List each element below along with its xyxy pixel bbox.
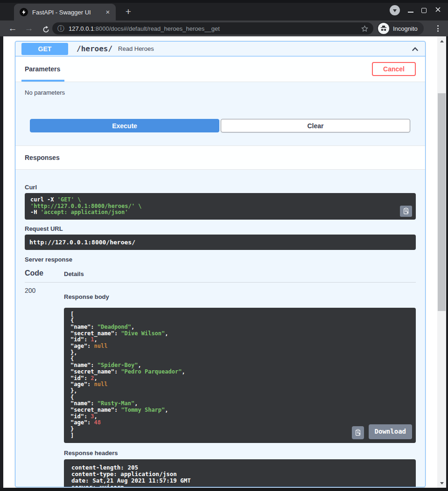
responses-content: Curl curl -X 'GET' \ 'http://127.0.0.1:8…	[15, 170, 425, 487]
request-url-value: http://127.0.0.1:8000/heroes/	[29, 239, 135, 246]
operation-path: /heroes/	[77, 44, 112, 53]
parameters-header: Parameters Cancel	[15, 56, 425, 82]
response-headers-block: content-length: 205content-type: applica…	[64, 459, 416, 488]
window-controls	[390, 5, 441, 15]
browser-chrome: FastAPI - Swagger UI × + ← → ⓘ 127.0.0.1…	[0, 0, 448, 36]
window-top-edge	[0, 0, 448, 3]
scroll-up-arrow-icon[interactable]	[437, 37, 446, 45]
operation-summary-text: Read Heroes	[118, 45, 154, 52]
curl-command-block: curl -X 'GET' \ 'http://127.0.0.1:8000/h…	[25, 193, 416, 220]
clear-button[interactable]: Clear	[221, 119, 410, 132]
browser-toolbar: ← → ⓘ 127.0.0.1:8000/docs#/default/read_…	[0, 21, 448, 36]
request-url-block: http://127.0.0.1:8000/heroes/	[25, 235, 416, 250]
cancel-button[interactable]: Cancel	[372, 62, 416, 76]
response-body-json: [ { "name": "Deadpond", "secret_name": "…	[70, 311, 409, 439]
details-column-header: Details	[64, 270, 84, 277]
scrollbar-thumb[interactable]	[438, 93, 446, 311]
no-parameters-text: No parameters	[25, 89, 416, 96]
response-row: 200 Response body [ { "name": "Deadpond"…	[25, 287, 416, 488]
parameters-content: No parameters Execute Clear	[15, 82, 425, 145]
tab-title: FastAPI - Swagger UI	[32, 9, 104, 16]
response-details-cell: Response body [ { "name": "Deadpond", "s…	[64, 287, 416, 488]
chevron-up-icon[interactable]	[411, 45, 420, 55]
responses-header: Responses	[15, 145, 425, 170]
site-info-icon[interactable]: ⓘ	[57, 24, 64, 33]
code-column-header: Code	[25, 269, 64, 277]
incognito-icon	[378, 23, 389, 34]
swagger-page: GET /heroes/ Read Heroes Parameters Canc…	[3, 36, 437, 488]
minimize-button[interactable]	[408, 12, 413, 13]
copy-curl-button[interactable]	[400, 206, 412, 217]
incognito-badge: Incognito	[377, 22, 424, 35]
url-path: :8000/docs#/default/read_heroes_heroes__…	[94, 25, 220, 32]
url-text: 127.0.0.1:8000/docs#/default/read_heroes…	[69, 25, 361, 32]
back-button[interactable]: ←	[6, 22, 19, 35]
server-response-label: Server response	[25, 256, 416, 263]
response-body-buttons: Download	[352, 424, 412, 439]
responses-title: Responses	[25, 154, 60, 161]
browser-tab[interactable]: FastAPI - Swagger UI ×	[14, 4, 116, 21]
bookmark-star-icon[interactable]	[361, 25, 369, 33]
method-badge: GET	[21, 43, 68, 55]
parameters-tab-underline	[21, 80, 64, 82]
fastapi-favicon-icon	[20, 8, 28, 16]
window-right-edge	[446, 36, 448, 491]
response-body-label: Response body	[64, 293, 416, 300]
forward-button[interactable]: →	[22, 22, 35, 35]
response-body-block: [ { "name": "Deadpond", "secret_name": "…	[64, 308, 416, 443]
response-table-head: Code Details	[25, 269, 416, 277]
execute-button[interactable]: Execute	[30, 119, 219, 132]
address-bar[interactable]: ⓘ 127.0.0.1:8000/docs#/default/read_hero…	[52, 22, 373, 35]
response-headers-label: Response headers	[64, 450, 416, 456]
close-button[interactable]	[434, 6, 441, 15]
scroll-down-arrow-icon[interactable]	[437, 479, 446, 487]
chevron-down-icon	[393, 9, 397, 12]
maximize-button[interactable]	[421, 8, 427, 13]
reload-button[interactable]	[39, 22, 52, 35]
curl-label: Curl	[25, 184, 416, 191]
browser-menu-icon[interactable]	[434, 24, 441, 33]
opblock-get-heroes: GET /heroes/ Read Heroes Parameters Canc…	[15, 41, 426, 487]
incognito-label: Incognito	[393, 25, 418, 32]
status-code: 200	[25, 287, 64, 488]
window-bottom-edge	[0, 488, 448, 491]
execute-row: Execute Clear	[30, 119, 410, 132]
window-menu-button[interactable]	[390, 5, 400, 15]
download-button[interactable]: Download	[369, 424, 412, 439]
request-url-label: Request URL	[25, 225, 416, 232]
page-scrollbar[interactable]	[437, 36, 446, 488]
url-host: 127.0.0.1	[69, 25, 94, 32]
operation-summary[interactable]: GET /heroes/ Read Heroes	[15, 41, 425, 56]
parameters-title: Parameters	[25, 65, 60, 73]
copy-response-button[interactable]	[352, 426, 364, 439]
window-left-edge	[0, 36, 3, 491]
response-table-divider	[25, 282, 416, 283]
tab-close-icon[interactable]: ×	[104, 8, 112, 16]
new-tab-button[interactable]: +	[122, 6, 134, 18]
